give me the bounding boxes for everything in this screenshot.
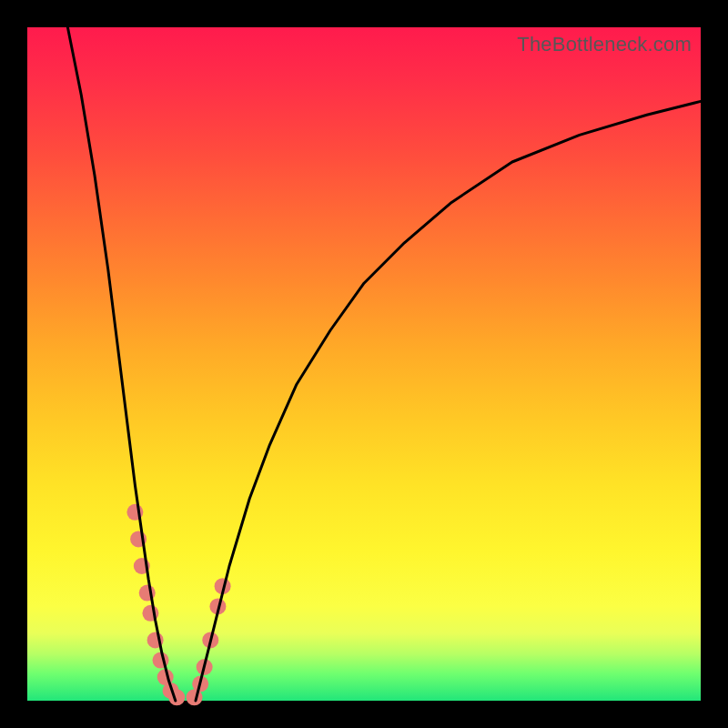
curve-left-branch	[67, 27, 175, 701]
plot-area: TheBottleneck.com	[27, 27, 701, 701]
curve-right-branch	[196, 101, 701, 701]
lines-layer	[67, 27, 701, 701]
chart-svg	[27, 27, 701, 701]
chart-frame: TheBottleneck.com	[0, 0, 728, 728]
